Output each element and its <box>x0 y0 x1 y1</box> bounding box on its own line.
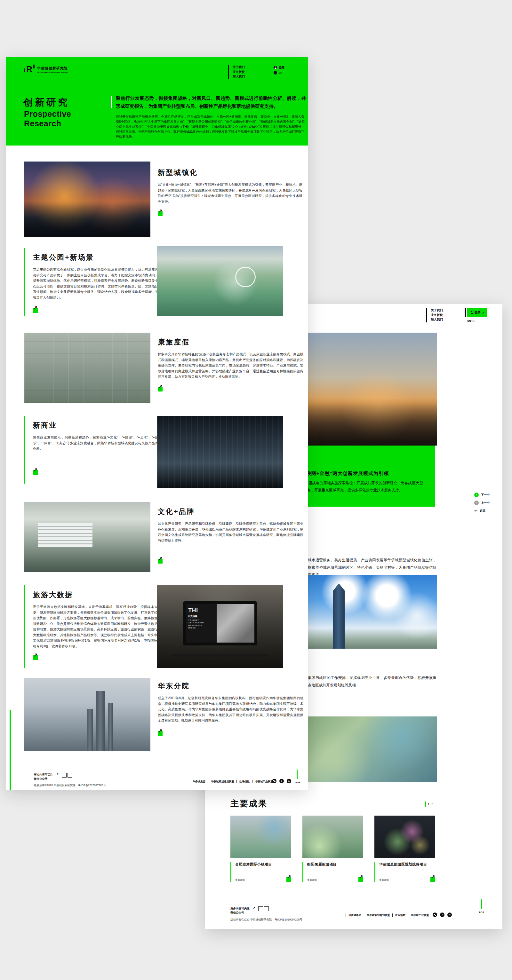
lang-arrow-icon: → <box>274 71 277 75</box>
section-link-arrow[interactable]: ↗ <box>33 470 38 475</box>
tower-shape <box>333 583 345 649</box>
section-accent-bar <box>24 248 25 316</box>
top-bar <box>481 899 482 909</box>
project-photo-hefei[interactable] <box>230 816 291 858</box>
language-switch[interactable]: → EN <box>274 71 282 75</box>
nav-business[interactable]: 业务板块 <box>233 70 245 75</box>
qr-code-icon <box>258 907 263 911</box>
section-tourism-big-data: 旅游大数据 定位于旅游大数据实验和研发基地，立足于游客需求、洞察行业趋势、挖掘样… <box>33 590 161 662</box>
arrow-ne-icon[interactable]: ↗ <box>286 877 291 882</box>
footer-links: 华侨城集团 华侨城策划规划联盟 欢乐指数 华侨城产业联盟 <box>190 780 276 783</box>
section-link-arrow[interactable]: ↗ <box>158 559 163 563</box>
footer-links: 华侨城集团 华侨城策划规划联盟 欢乐指数 华侨城产业联盟 <box>346 913 431 917</box>
section-culture-brand: 文化+品牌 以文化产业研究、产品研究和品牌价值、品牌建设、品牌传播研究为重点，赋… <box>158 507 303 565</box>
logo-bar <box>24 68 25 72</box>
facebook-icon[interactable]: f <box>279 779 284 783</box>
copyright-text: 版权所有©2020 华侨城创新研究院 粤ICP备2020097205号 <box>230 918 302 922</box>
arrow-ne-icon[interactable]: ↗ <box>359 877 363 882</box>
login-divider <box>465 308 466 317</box>
qr-code-icon <box>264 907 269 911</box>
back-button[interactable]: ↩ 返回 <box>474 509 490 513</box>
arrow-ne-icon[interactable]: ↗ <box>431 877 435 882</box>
wechat-icon[interactable] <box>272 779 276 783</box>
intro-body: 通过开展前瞻性产品概念研究、创新性产品研发，已形成新型城镇化、主题公园+新场景、… <box>116 114 305 140</box>
footer-link[interactable]: 欢乐指数 <box>236 780 252 783</box>
back-to-top-button[interactable]: TOP <box>479 899 485 914</box>
section-link-arrow[interactable]: ↗ <box>33 655 38 660</box>
building-shape <box>38 523 93 547</box>
person-icon <box>470 311 473 314</box>
section-accent-bar <box>24 416 25 484</box>
section-link-arrow[interactable]: ↗ <box>158 212 163 216</box>
project-photo-hengyang[interactable] <box>302 816 363 858</box>
project-card[interactable]: 华侨城总部城区规划统筹项目 查看详情 ↗ <box>375 816 435 882</box>
linkedin-icon[interactable]: in <box>287 779 291 783</box>
footer-link[interactable]: 华侨城集团 <box>346 913 364 917</box>
section-body: 探索研究具有华侨城特色的“旅游+”创新业务形态和产品模式，以及康旅新业态的开发模… <box>158 352 303 380</box>
nav-about[interactable]: 关于我们 <box>431 308 443 313</box>
laptop-data-screen-photo: THI 我是游客 TOURIST ATTRACTION HAPPINESS IN… <box>157 585 283 668</box>
nav-join[interactable]: 加入我们 <box>431 317 443 322</box>
section-title: 华东分院 <box>158 681 303 691</box>
nav-divider <box>426 308 427 322</box>
project-photo-oct-hq[interactable] <box>375 816 435 858</box>
night-metropolis-photo <box>157 416 283 488</box>
view-details-link[interactable]: 查看详情 <box>379 878 389 882</box>
footer-link[interactable]: 华侨城策划规划联盟 <box>364 913 392 917</box>
back-nav: 关于我们 业务板块 加入我们 <box>431 308 443 322</box>
login-button[interactable]: 登录 ↗ <box>467 308 487 317</box>
section-body: 成立于2019年8月，是创新研究院服务华东集团的内设机构，践行创研院作为华侨城集… <box>158 695 303 724</box>
login-button[interactable]: 登陆 <box>274 65 284 70</box>
nav-about[interactable]: 关于我们 <box>233 65 245 70</box>
section-link-arrow[interactable]: ↗ <box>158 731 163 736</box>
copyright-text: 版权所有©2020 华侨城创新研究院 粤ICP备2020097205号 <box>34 784 106 788</box>
arrow-ne-icon: ↗ <box>482 311 485 314</box>
footer-link[interactable]: 华侨城集团 <box>190 780 208 783</box>
prev-button[interactable]: ‹ 上一个 <box>474 501 490 505</box>
view-details-link[interactable]: 查看详情 <box>307 878 317 882</box>
night-city-aerial-photo <box>24 162 150 237</box>
section-body: 定位于旅游大数据实验和研发基地，立足于游客需求、洞察行业趋势、挖掘样本大数据、研… <box>33 604 161 649</box>
view-details-link[interactable]: 查看详情 <box>235 878 245 882</box>
prev-icon: ‹ <box>474 501 479 505</box>
wechat-icon[interactable] <box>433 913 437 917</box>
front-nav: 关于我们 业务板块 加入我们 <box>233 65 245 79</box>
arrow-ne-icon: ↗ <box>253 907 255 910</box>
site-logo[interactable]: R 华侨城创新研究院 OCT Innovation & Research Ins… <box>24 65 68 73</box>
detail-paragraph-2: 集团与战区的工作安排，发挥规划专业主导、多专业配合的优势，积极开展重点地区成片开… <box>308 674 437 689</box>
section-title: 新商业 <box>33 421 158 430</box>
facebook-icon[interactable]: f <box>440 913 445 917</box>
next-button[interactable]: › 下一个 <box>474 493 490 497</box>
linkedin-icon[interactable]: in <box>447 913 452 917</box>
innovation-research-page: R 华侨城创新研究院 OCT Innovation & Research Ins… <box>6 57 308 790</box>
nav-join[interactable]: 加入我们 <box>233 74 245 79</box>
footer-link[interactable]: 欢乐指数 <box>392 913 408 917</box>
section-body: 聚焦商业发展前沿，洞察新消费趋势，探索商业“+文化”、“+旅游”、“+艺术”、“… <box>33 435 158 452</box>
laptop-keyboard-shape <box>172 654 268 657</box>
section-title: 主题公园+新场景 <box>33 253 158 262</box>
section-link-arrow[interactable]: ↗ <box>33 308 38 313</box>
section-title: 康旅度假 <box>158 337 303 347</box>
footer-link[interactable]: 华侨城策划规划联盟 <box>208 780 236 783</box>
footer-link[interactable]: 华侨城产业联盟 <box>408 913 431 917</box>
language-switch[interactable]: CN/EN <box>467 320 475 322</box>
achievements-pager[interactable]: 1 2 <box>425 802 433 807</box>
screen-image-area <box>217 604 254 643</box>
project-card[interactable]: 合肥空港国际小镇项目 查看详情 ↗ <box>230 816 291 882</box>
skyscraper-sky-photo <box>306 575 437 649</box>
section-title: 文化+品牌 <box>158 507 303 517</box>
section-title: 新型城镇化 <box>158 168 302 178</box>
page-edge-accent <box>10 710 11 790</box>
back-to-top-button[interactable]: TOP <box>294 770 300 784</box>
section-body: 以“文化+旅游+城镇化”、“旅游+互联网+金融”两大创新发展模式为引领，开展新产… <box>158 182 302 204</box>
page-title-en: Prospective Research <box>24 109 71 128</box>
section-link-arrow[interactable]: ↗ <box>158 387 163 391</box>
arrow-ne-icon: ↗ <box>56 773 59 776</box>
project-title: 合肥空港国际小镇项目 <box>235 862 291 867</box>
project-title: 衡阳来雁新城项目 <box>307 862 363 867</box>
section-body: 立足主题公园前沿创新研究，以行业领先的策划创意及资源整合能力，致力构建集理论研究… <box>33 267 158 300</box>
nav-business[interactable]: 业务板块 <box>431 313 443 318</box>
qr-code-icon <box>67 773 72 778</box>
project-card[interactable]: 衡阳来雁新城项目 查看详情 ↗ <box>302 816 363 882</box>
section-new-urbanization: 新型城镇化 以“文化+旅游+城镇化”、“旅游+互联网+金融”两大创新发展模式为引… <box>158 168 302 218</box>
